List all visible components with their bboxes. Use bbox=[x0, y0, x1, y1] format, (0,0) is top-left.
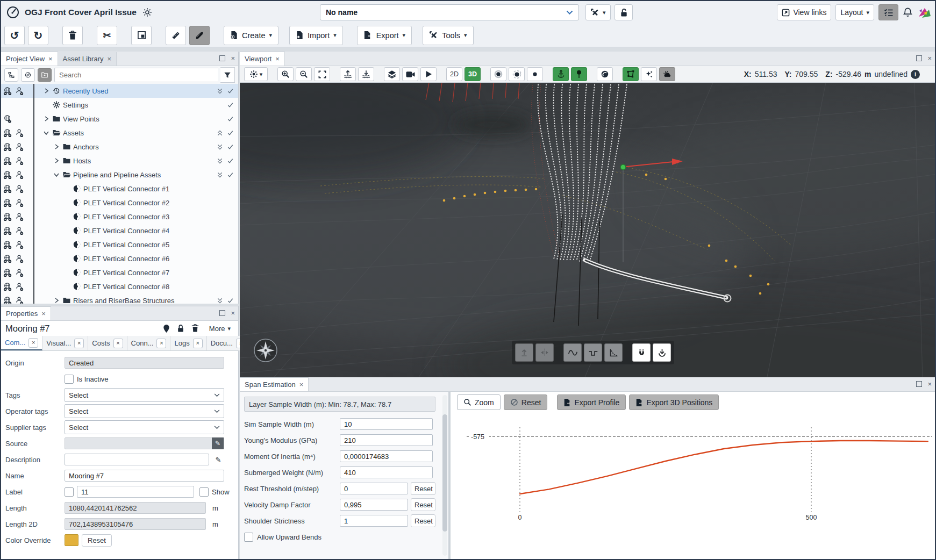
camera-button[interactable] bbox=[402, 67, 418, 81]
nav-dot-button[interactable] bbox=[527, 67, 543, 81]
color-reset-button[interactable]: Reset bbox=[82, 534, 112, 547]
user-avatar[interactable] bbox=[917, 6, 932, 19]
edit-source-button[interactable]: ✎ bbox=[212, 437, 224, 449]
field-input[interactable] bbox=[340, 499, 408, 511]
fit-view-button[interactable] bbox=[314, 67, 330, 81]
tree-item-plet-vertical-connector-8[interactable]: PLET Vertical Connector #8 bbox=[1, 279, 238, 293]
reset-button[interactable]: Reset bbox=[411, 514, 435, 527]
globe-visibility-icon[interactable] bbox=[3, 282, 12, 291]
view-3d-button[interactable]: 3D bbox=[465, 67, 481, 81]
tree-item-plet-vertical-connector-3[interactable]: PLET Vertical Connector #3 bbox=[1, 210, 238, 224]
chevron-right-icon[interactable] bbox=[53, 157, 60, 164]
visible-check-icon[interactable] bbox=[227, 88, 234, 95]
globe-visibility-icon[interactable] bbox=[3, 296, 12, 304]
tab-costs[interactable]: Costs× bbox=[88, 336, 127, 350]
supplier-tags-select[interactable]: Select bbox=[65, 420, 224, 434]
environment-button[interactable] bbox=[659, 67, 675, 81]
view-links-button[interactable]: View links bbox=[777, 4, 831, 20]
globe-hidden-icon[interactable] bbox=[3, 114, 12, 124]
collapse-all-icon[interactable] bbox=[217, 130, 223, 137]
tab-span-estimation[interactable]: Span Estimation × bbox=[240, 377, 309, 391]
project-settings-icon[interactable] bbox=[142, 7, 153, 18]
visible-check-icon[interactable] bbox=[227, 171, 234, 178]
tab-connections[interactable]: Conn...× bbox=[127, 336, 171, 350]
person-visibility-icon[interactable] bbox=[15, 296, 24, 304]
edit-description-button[interactable]: ✎ bbox=[212, 454, 224, 465]
field-input[interactable] bbox=[340, 466, 433, 478]
zoom-out-button[interactable] bbox=[296, 67, 312, 81]
tab-logs[interactable]: Logs× bbox=[170, 336, 206, 350]
close-icon[interactable]: × bbox=[28, 338, 38, 348]
visible-check-icon[interactable] bbox=[227, 102, 234, 109]
operator-tags-select[interactable]: Select bbox=[65, 404, 224, 418]
chart-reset-button[interactable]: Reset bbox=[504, 394, 548, 410]
export-3d-positions-button[interactable]: Export 3D Positions bbox=[629, 394, 719, 410]
person-visibility-icon[interactable] bbox=[15, 282, 24, 291]
search-input[interactable] bbox=[54, 68, 218, 82]
viewport-settings-button[interactable]: ▾ bbox=[244, 67, 268, 81]
maximize-panel-icon[interactable] bbox=[219, 310, 225, 316]
tree-item-plet-vertical-connector-6[interactable]: PLET Vertical Connector #6 bbox=[1, 252, 238, 265]
tools-button[interactable]: Tools ▾ bbox=[423, 26, 473, 45]
play-button[interactable] bbox=[420, 67, 437, 81]
tree-item-view-points[interactable]: View Points bbox=[1, 112, 238, 126]
person-visibility-icon[interactable] bbox=[15, 142, 24, 152]
person-visibility-icon[interactable] bbox=[15, 268, 24, 277]
person-visibility-icon[interactable] bbox=[15, 156, 24, 166]
quick-tools-button[interactable]: ▾ bbox=[585, 4, 611, 20]
chevron-right-icon[interactable] bbox=[53, 143, 60, 150]
move-up-button[interactable] bbox=[515, 343, 533, 362]
measure-off-button[interactable] bbox=[189, 26, 210, 45]
chevron-down-icon[interactable] bbox=[53, 171, 60, 178]
pin-tool-button[interactable] bbox=[571, 67, 587, 81]
expand-all-icon[interactable] bbox=[217, 157, 223, 164]
visible-check-icon[interactable] bbox=[227, 297, 234, 304]
delete-object-button[interactable] bbox=[191, 324, 199, 333]
scrollbar-thumb[interactable] bbox=[442, 414, 447, 532]
document-select[interactable]: No name bbox=[320, 4, 579, 20]
span-scrollbar[interactable] bbox=[442, 395, 447, 556]
chevron-right-icon[interactable] bbox=[42, 87, 50, 95]
more-button[interactable]: More ▾ bbox=[206, 324, 234, 333]
globe-visibility-icon[interactable] bbox=[3, 142, 12, 152]
maximize-panel-icon[interactable] bbox=[219, 55, 225, 61]
person-visibility-icon[interactable] bbox=[15, 254, 24, 263]
compass-rose[interactable] bbox=[254, 339, 277, 362]
tree-view-button[interactable] bbox=[4, 68, 18, 82]
tab-visualization[interactable]: Visual...× bbox=[42, 336, 88, 350]
person-visibility-icon[interactable] bbox=[15, 226, 24, 235]
person-visibility-icon[interactable] bbox=[15, 170, 24, 180]
label-field[interactable] bbox=[77, 486, 194, 498]
field-input[interactable] bbox=[340, 483, 408, 494]
tree-item-hosts[interactable]: Hosts bbox=[1, 154, 238, 168]
reset-button[interactable]: Reset bbox=[411, 498, 435, 511]
globe-visibility-icon[interactable] bbox=[3, 128, 12, 138]
transform-button[interactable] bbox=[131, 26, 152, 45]
wave-tool-button[interactable] bbox=[563, 343, 582, 362]
globe-visibility-icon[interactable] bbox=[3, 240, 12, 249]
close-icon[interactable]: × bbox=[193, 339, 203, 348]
tree-item-plet-vertical-connector-7[interactable]: PLET Vertical Connector #7 bbox=[1, 265, 238, 279]
show-checkbox[interactable] bbox=[199, 487, 209, 497]
close-icon[interactable]: × bbox=[113, 339, 123, 348]
surface-down-button[interactable] bbox=[358, 67, 374, 81]
maximize-panel-icon[interactable] bbox=[916, 381, 922, 387]
color-override-swatch[interactable] bbox=[65, 534, 78, 546]
layers-button[interactable] bbox=[384, 67, 400, 81]
person-visibility-icon[interactable] bbox=[15, 87, 24, 96]
disable-filter-button[interactable] bbox=[21, 68, 35, 82]
span-profile-chart[interactable]: 0500-575 bbox=[451, 413, 936, 558]
task-list-toggle[interactable] bbox=[878, 4, 898, 20]
tree-item-assets[interactable]: Assets bbox=[1, 126, 238, 140]
globe-visibility-icon[interactable] bbox=[3, 170, 12, 180]
tab-project-view[interactable]: Project View × bbox=[1, 52, 58, 66]
cut-button[interactable]: ✂ bbox=[97, 26, 117, 45]
globe-visibility-icon[interactable] bbox=[3, 184, 12, 193]
step-tool-button[interactable] bbox=[584, 343, 602, 362]
zoom-in-button[interactable] bbox=[277, 67, 294, 81]
field-input[interactable] bbox=[340, 515, 408, 527]
tree-item-plet-vertical-connector-2[interactable]: PLET Vertical Connector #2 bbox=[1, 196, 238, 210]
close-panel-icon[interactable]: × bbox=[927, 380, 932, 388]
tree-item-risers-and-riserbase-structures[interactable]: Risers and RiserBase Structures bbox=[1, 293, 238, 304]
visible-check-icon[interactable] bbox=[227, 143, 234, 150]
